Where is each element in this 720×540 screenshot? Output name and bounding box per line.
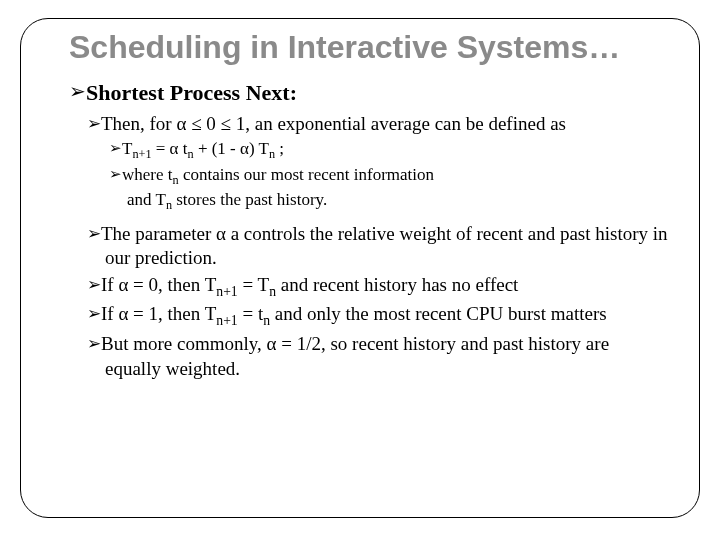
bullet-alpha-one: ➢If α = 1, then Tn+1 = tn and only the m… xyxy=(87,302,669,330)
text: The parameter α a controls the relative … xyxy=(101,223,668,269)
bullet-icon: ➢ xyxy=(87,275,101,294)
text: and T xyxy=(127,190,166,209)
text: If α = 1, then T xyxy=(101,303,216,324)
text: = t xyxy=(238,303,264,324)
bullet-equation: ➢Tn+1 = α tn + (1 - α) Tn ; xyxy=(109,138,669,163)
text: where t xyxy=(122,165,173,184)
eq: = α t xyxy=(152,139,188,158)
eq-sub: n+1 xyxy=(132,148,151,162)
bullet-icon: ➢ xyxy=(87,304,101,323)
heading-shortest-process-next: ➢Shortest Process Next: xyxy=(69,80,669,106)
text: Then, for α ≤ 0 ≤ 1, an exponential aver… xyxy=(101,113,484,134)
bullet-alpha-zero: ➢If α = 0, then Tn+1 = Tn and recent his… xyxy=(87,273,669,301)
bullet-icon: ➢ xyxy=(109,140,122,156)
text: But more commonly, α = 1/2, so recent hi… xyxy=(101,333,609,379)
eq: + (1 - α) T xyxy=(194,139,269,158)
sub: n xyxy=(269,284,276,299)
bullet-definition: ➢Then, for α ≤ 0 ≤ 1, an exponential ave… xyxy=(87,112,669,137)
sub: n+1 xyxy=(216,313,237,328)
bullet-where: ➢where tn contains our most recent infor… xyxy=(109,164,669,213)
bullet-parameter: ➢The parameter α a controls the relative… xyxy=(87,222,669,271)
bullet-icon: ➢ xyxy=(87,224,101,243)
eq: ; xyxy=(275,139,284,158)
bullet-icon: ➢ xyxy=(69,80,86,102)
bullet-icon: ➢ xyxy=(87,334,101,353)
text: = T xyxy=(238,274,269,295)
bullet-alpha-half: ➢But more commonly, α = 1/2, so recent h… xyxy=(87,332,669,381)
text: and only the most recent CPU burst matte… xyxy=(270,303,607,324)
bullet-icon: ➢ xyxy=(109,166,122,182)
bullet-icon: ➢ xyxy=(87,114,101,133)
eq: T xyxy=(122,139,132,158)
sub: n+1 xyxy=(216,284,237,299)
text: and recent history has no effect xyxy=(276,274,518,295)
text: contains our most recent information xyxy=(179,165,434,184)
slide-title: Scheduling in Interactive Systems… xyxy=(69,29,669,66)
slide-frame: Scheduling in Interactive Systems… ➢Shor… xyxy=(20,18,700,518)
text: If α = 0, then T xyxy=(101,274,216,295)
text: defined as xyxy=(488,113,566,134)
text: stores the past history. xyxy=(172,190,327,209)
heading-text: Shortest Process Next: xyxy=(86,80,297,105)
